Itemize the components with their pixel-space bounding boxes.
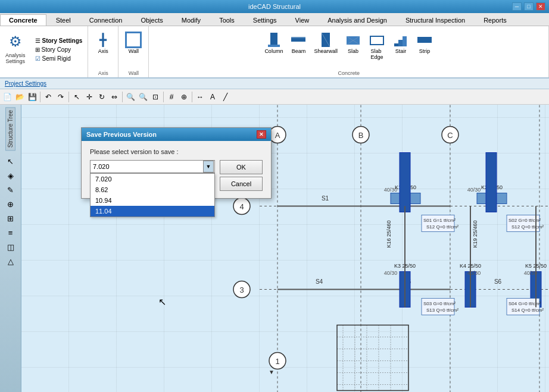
slab-edge-button[interactable]: SlabEdge <box>366 30 388 62</box>
text-button[interactable]: A <box>207 91 219 103</box>
stair-button[interactable]: Stair <box>389 30 412 56</box>
column-label: Column <box>264 48 283 54</box>
move-button[interactable]: ✛ <box>83 91 95 103</box>
wall-items: Wall <box>121 27 146 64</box>
tab-view[interactable]: View <box>286 14 319 26</box>
group-label-wall: Wall <box>118 70 148 76</box>
close-button[interactable]: ✕ <box>536 2 545 11</box>
axis-button[interactable]: ╋ Axis <box>92 30 114 56</box>
stair-icon <box>392 32 409 48</box>
structure-tree-label[interactable]: Structure Tree <box>5 107 15 150</box>
cancel-button[interactable]: Cancel <box>220 177 263 191</box>
slab-edge-label: SlabEdge <box>370 48 383 60</box>
tab-tools[interactable]: Tools <box>210 14 244 26</box>
copy-icon: ⊞ <box>35 46 40 53</box>
tab-modify[interactable]: Modify <box>173 14 210 26</box>
version-option-1[interactable]: 7.020 <box>91 174 214 184</box>
open-button[interactable]: 📂 <box>14 91 26 103</box>
title-bar-text: ideCAD Structural <box>248 3 301 10</box>
semi-rigid-checkbox[interactable]: ☑ Semi Rigid <box>32 54 86 63</box>
tab-connection[interactable]: Connection <box>80 14 132 26</box>
tab-reports[interactable]: Reports <box>475 14 516 26</box>
tab-objects[interactable]: Objects <box>132 14 171 26</box>
dialog-content-row: 7.020 ▼ 7.020 8.62 10.94 11.04 <box>90 160 263 191</box>
mirror-button[interactable]: ⇔ <box>108 91 120 103</box>
zoom-in-button[interactable]: 🔍 <box>124 91 136 103</box>
svg-rect-12 <box>403 36 407 46</box>
toolbar-sep-3 <box>122 92 123 102</box>
rotate-button[interactable]: ↻ <box>96 91 108 103</box>
dimension-button[interactable]: ↔ <box>194 91 206 103</box>
sidebar-tool-5[interactable]: ⊞ <box>2 211 19 225</box>
ok-button[interactable]: OK <box>220 160 263 174</box>
ribbon-group-concrete: Column Beam Shearwall Slab <box>149 26 549 77</box>
sidebar-tool-4[interactable]: ⊕ <box>2 197 19 211</box>
version-display[interactable]: 7.020 <box>90 160 215 173</box>
version-option-4[interactable]: 11.04 <box>91 206 214 217</box>
strip-icon <box>416 32 433 48</box>
story-copy-button[interactable]: ⊞ Story Copy <box>32 45 86 54</box>
tab-concrete[interactable]: Concrete <box>0 14 46 26</box>
dialog-close-button[interactable]: ✕ <box>257 130 266 139</box>
tab-analysis[interactable]: Analysis and Design <box>319 14 396 26</box>
wall-button[interactable]: Wall <box>122 30 145 56</box>
dialog-title-text: Save Previous Version <box>86 131 157 138</box>
slab-icon <box>345 32 361 48</box>
group-label-axis: Axis <box>88 70 118 76</box>
sidebar-tool-7[interactable]: ◫ <box>2 240 19 254</box>
tab-inspection[interactable]: Structural Inspection <box>397 14 474 26</box>
zoom-fit-button[interactable]: ⊡ <box>149 91 161 103</box>
slab-label: Slab <box>348 48 358 54</box>
axis-label: Axis <box>98 48 108 54</box>
canvas-area[interactable]: A B C 4 3 1 ▼ S1 S2 S4 S5 S6 K1 <box>21 105 549 392</box>
ribbon-group-axis: ╋ Axis Axis <box>88 26 118 77</box>
sidebar-tool-3[interactable]: ✎ <box>2 183 19 197</box>
shearwall-button[interactable]: Shearwall <box>311 30 341 56</box>
toolbar-sep-4 <box>163 92 164 102</box>
ribbon-panel: ⚙ AnalysisSettings ☰ Story Settings ⊞ St… <box>0 26 549 79</box>
strip-button[interactable]: Strip <box>413 30 436 56</box>
slab-button[interactable]: Slab <box>342 30 364 56</box>
minimize-button[interactable]: ─ <box>512 2 522 11</box>
mouse-cursor: ↖ <box>158 296 166 308</box>
version-option-2[interactable]: 8.62 <box>91 184 214 195</box>
select-button[interactable]: ↖ <box>71 91 83 103</box>
shearwall-label: Shearwall <box>314 48 338 54</box>
column-button[interactable]: Column <box>261 30 286 56</box>
story-copy-label: Story Copy <box>42 46 71 53</box>
maximize-button[interactable]: □ <box>524 2 534 11</box>
grid-button[interactable]: # <box>166 91 177 103</box>
beam-icon <box>290 32 307 48</box>
sidebar-tool-8[interactable]: △ <box>2 254 19 268</box>
project-settings-label: Project Settings <box>5 80 46 87</box>
analysis-settings-button[interactable]: ⚙ AnalysisSettings <box>0 26 31 77</box>
dialog-prompt-label: Please select version to save : <box>90 148 263 155</box>
new-button[interactable]: 📄 <box>1 91 13 103</box>
dialog-title-bar: Save Previous Version ✕ <box>82 128 271 141</box>
sidebar-tool-6[interactable]: ≡ <box>2 225 19 240</box>
svg-rect-3 <box>291 37 305 38</box>
beam-button[interactable]: Beam <box>287 30 310 56</box>
svg-rect-9 <box>370 36 383 45</box>
save-button[interactable]: 💾 <box>26 91 38 103</box>
zoom-out-button[interactable]: 🔍 <box>137 91 149 103</box>
redo-button[interactable]: ↷ <box>55 91 67 103</box>
dropdown-arrow[interactable]: ▼ <box>203 161 214 173</box>
checkbox-icon: ☑ <box>35 55 40 62</box>
tab-steel[interactable]: Steel <box>47 14 80 26</box>
ribbon-group-wall: Wall Wall <box>118 26 149 77</box>
undo-button[interactable]: ↶ <box>42 91 54 103</box>
story-list-button[interactable]: ☰ Story Settings <box>32 36 86 45</box>
sidebar-tool-1[interactable]: ↖ <box>2 154 19 168</box>
semi-rigid-label: Semi Rigid <box>42 55 71 62</box>
version-option-3[interactable]: 10.94 <box>91 195 214 206</box>
tab-settings[interactable]: Settings <box>244 14 286 26</box>
version-dropdown-list: 7.020 8.62 10.94 11.04 <box>90 173 215 217</box>
version-select-row: 7.020 ▼ 7.020 8.62 10.94 11.04 <box>90 160 215 173</box>
line-button[interactable]: ╱ <box>219 91 231 103</box>
sidebar-tool-2[interactable]: ◈ <box>2 168 19 183</box>
toolbar-sep-1 <box>40 92 40 102</box>
toolbar-sep-5 <box>192 92 192 102</box>
svg-rect-10 <box>394 43 398 46</box>
snap-button[interactable]: ⊕ <box>178 91 190 103</box>
